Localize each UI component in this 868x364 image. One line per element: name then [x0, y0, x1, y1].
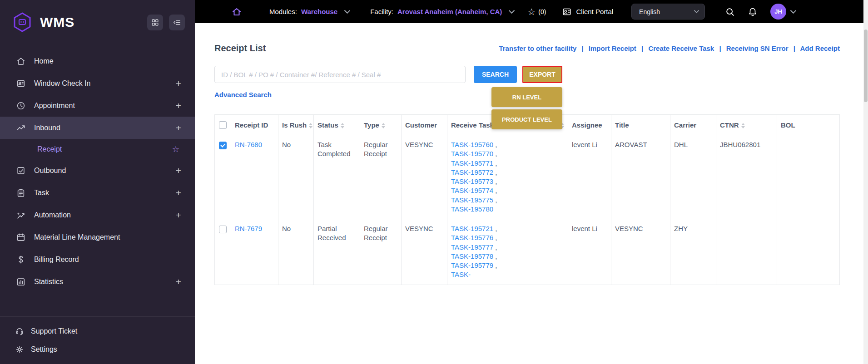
sidebar-item-task[interactable]: Task +: [0, 182, 195, 204]
sort-caret-icon[interactable]: [341, 123, 344, 128]
language-value: English: [639, 8, 660, 15]
column-status[interactable]: Status: [314, 115, 360, 135]
scrollbar-thumb[interactable]: [864, 30, 868, 102]
user-avatar[interactable]: JH: [770, 4, 786, 20]
sort-caret-icon[interactable]: [741, 123, 745, 128]
home-icon[interactable]: [231, 6, 242, 17]
column-ctnr[interactable]: CTNR: [716, 115, 777, 135]
action-add-receipt[interactable]: Add Receipt: [800, 44, 840, 52]
sidebar-item-automation[interactable]: Automation +: [0, 204, 195, 226]
receive-task-link[interactable]: TASK-195773: [451, 177, 493, 185]
sidebar-item-label: Window Check In: [34, 79, 91, 88]
cell-carrier: DHL: [670, 135, 716, 219]
export-button[interactable]: EXPORT: [522, 66, 562, 83]
cell-ctnr: [716, 219, 777, 285]
favorite-star-icon[interactable]: ☆: [172, 144, 179, 154]
cell-status: Task Completed: [314, 135, 360, 219]
chevron-down-icon[interactable]: [790, 10, 796, 14]
column-is-rush[interactable]: Is Rush: [278, 115, 314, 135]
apps-grid-button[interactable]: [147, 15, 163, 30]
row-checkbox[interactable]: [219, 226, 227, 233]
select-all-checkbox[interactable]: [219, 121, 227, 129]
receive-task-link[interactable]: TASK-195777: [451, 243, 493, 251]
chevron-down-icon: [694, 10, 699, 13]
row-checkbox[interactable]: [219, 142, 227, 149]
action-create-receive-task[interactable]: Create Receive Task: [648, 44, 714, 52]
chevron-down-icon[interactable]: [509, 10, 515, 14]
action-transfer-to-other-facility[interactable]: Transfer to other facility: [499, 44, 576, 52]
receive-task-link[interactable]: TASK-195771: [451, 159, 493, 167]
column-type[interactable]: Type: [360, 115, 402, 135]
export-menu-item-rn-level[interactable]: RN LEVEL: [491, 87, 562, 107]
sidebar-subitem-label: Receipt: [37, 145, 62, 153]
receive-task-link[interactable]: TASK-195780: [451, 205, 493, 213]
search-icon[interactable]: [725, 7, 735, 17]
sidebar-item-statistics[interactable]: Statistics +: [0, 271, 195, 293]
star-icon[interactable]: ☆: [527, 7, 536, 16]
advanced-search-link[interactable]: Advanced Search: [214, 91, 272, 98]
notifications-bell-icon[interactable]: [748, 7, 758, 17]
export-menu-item-product-level[interactable]: PRODUCT LEVEL: [491, 109, 562, 129]
receipt-search-input[interactable]: [214, 66, 466, 83]
receive-task-link[interactable]: TASK-195776: [451, 234, 493, 241]
expand-plus-icon[interactable]: +: [176, 165, 181, 176]
expand-plus-icon[interactable]: +: [176, 123, 181, 133]
collapse-menu-button[interactable]: [169, 15, 185, 30]
client-portal-icon: [562, 7, 572, 17]
modules-selector[interactable]: Modules: Warehouse: [269, 8, 350, 15]
expand-plus-icon[interactable]: +: [176, 78, 181, 89]
facility-value[interactable]: Arovast Anaheim (Anaheim, CA): [397, 8, 502, 15]
modules-value[interactable]: Warehouse: [301, 8, 337, 15]
topbar: Modules: Warehouse Facility: Arovast Ana…: [195, 0, 868, 23]
sidebar-item-material-line-management[interactable]: Material Line Management: [0, 226, 195, 248]
sidebar-item-outbound[interactable]: Outbound +: [0, 159, 195, 182]
expand-plus-icon[interactable]: +: [176, 187, 181, 198]
vertical-scrollbar[interactable]: [863, 0, 868, 364]
action-import-receipt[interactable]: Import Receipt: [589, 44, 636, 52]
page-actions: Transfer to other facility | Import Rece…: [499, 44, 840, 52]
receive-task-link[interactable]: TASK-: [451, 271, 471, 278]
favorites-counter[interactable]: ☆ (0): [527, 7, 546, 16]
sidebar-item-label: Material Line Management: [34, 233, 120, 241]
sidebar-item-label: Billing Record: [34, 256, 79, 264]
sidebar-item-receipt[interactable]: Receipt ☆: [0, 139, 195, 159]
facility-selector[interactable]: Facility: Arovast Anaheim (Anaheim, CA): [370, 8, 515, 15]
search-button[interactable]: SEARCH: [474, 66, 517, 83]
receive-task-link[interactable]: TASK-195779: [451, 261, 493, 269]
sidebar-item-appointment[interactable]: Appointment +: [0, 94, 195, 117]
facility-label: Facility:: [370, 8, 393, 15]
expand-plus-icon[interactable]: +: [176, 210, 181, 221]
column-bol: BOL: [777, 115, 840, 135]
outbound-check-icon: [15, 166, 27, 176]
language-select[interactable]: English: [631, 4, 705, 20]
inbound-activity-icon: [15, 123, 27, 133]
sidebar-item-window-check-in[interactable]: Window Check In +: [0, 72, 195, 94]
appointment-clock-icon: [15, 101, 27, 111]
sort-caret-icon[interactable]: [382, 123, 385, 128]
sidebar-item-inbound[interactable]: Inbound +: [0, 117, 195, 139]
cell-status: Partial Received: [314, 219, 360, 285]
receive-task-link[interactable]: TASK-195770: [451, 150, 493, 157]
receipt-id-link[interactable]: RN-7680: [235, 141, 262, 148]
chevron-down-icon[interactable]: [344, 10, 350, 14]
receive-task-link[interactable]: TASK-195772: [451, 168, 493, 176]
expand-plus-icon[interactable]: +: [176, 276, 181, 287]
sidebar-item-label: Appointment: [34, 102, 75, 110]
sidebar-item-billing-record[interactable]: Billing Record: [0, 248, 195, 271]
receive-task-link[interactable]: TASK-195775: [451, 196, 493, 204]
receive-task-link[interactable]: TASK-195760: [451, 141, 493, 148]
receipt-id-link[interactable]: RN-7679: [235, 225, 262, 232]
cell-is-rush: No: [278, 135, 314, 219]
sort-caret-icon[interactable]: [309, 123, 312, 128]
receive-task-link[interactable]: TASK-195721: [451, 225, 493, 232]
receive-task-link[interactable]: TASK-195778: [451, 252, 493, 260]
sidebar-item-support-ticket[interactable]: Support Ticket: [0, 322, 195, 340]
client-portal-button[interactable]: Client Portal: [558, 7, 613, 17]
sidebar-item-settings[interactable]: Settings: [0, 340, 195, 359]
expand-plus-icon[interactable]: +: [176, 100, 181, 111]
headset-icon: [14, 327, 25, 336]
table-row-rn-7679: RN-7679 No Partial Received Regular Rece…: [215, 219, 840, 285]
action-receiving-sn-error[interactable]: Receiving SN Error: [726, 44, 789, 52]
receive-task-link[interactable]: TASK-195774: [451, 187, 493, 194]
sidebar-item-home[interactable]: Home: [0, 50, 195, 72]
